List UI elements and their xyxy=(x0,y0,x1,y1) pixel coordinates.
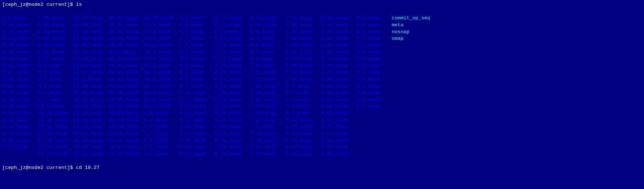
prompt-line-1: [ceph_jz@node2 current]$ ls xyxy=(2,1,642,8)
prompt-line-2: [ceph_jz@node2 current]$ cd 10.27 xyxy=(2,165,642,171)
ls-output: 0.0_head 0.38_head 10.17_head 10.2b_head… xyxy=(2,8,642,165)
terminal: [ceph_jz@node2 current]$ ls 0.0_head 0.3… xyxy=(0,0,644,189)
